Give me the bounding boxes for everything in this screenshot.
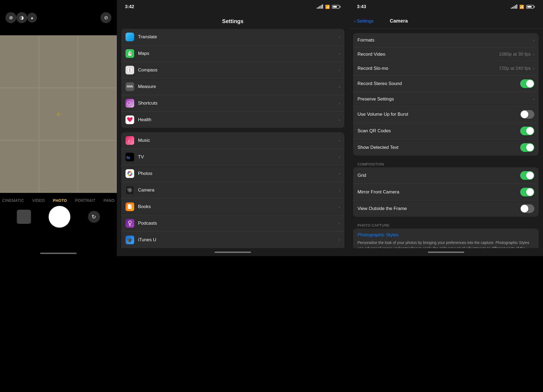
tv-label: TV [138,154,339,160]
preserve-chevron: › [533,97,534,102]
podcasts-label: Podcasts [138,221,339,226]
mode-pano[interactable]: PANO [103,198,115,203]
camera-top-bar: ⊗ ◑ ▲ ⊘ [0,0,117,35]
grid-line-v1 [39,35,39,193]
photographic-styles-link[interactable]: Photographic Styles [353,228,539,239]
shutter-button[interactable] [49,206,70,228]
live-photo-icon[interactable]: ◑ [16,12,27,23]
photo-thumbnail[interactable] [17,210,31,224]
settings-row-tv[interactable]: tv TV › [121,149,344,165]
settings-row-itunesu[interactable]: 🎓 iTunes U › [121,232,344,248]
cs-status-time: 3:43 [357,4,366,10]
view-outside-toggle[interactable] [520,204,534,213]
settings-group-1: 🌐 Translate › 📍 Maps › [121,29,344,128]
signal-bar-4 [321,5,322,9]
flip-camera-button[interactable]: ↻ [88,211,100,223]
cs-home-indicator-container [349,248,543,256]
record-video-label: Record Video [357,52,499,57]
cs-row-formats[interactable]: Formats › [353,33,539,47]
photos-chevron: › [339,171,340,176]
stereo-toggle[interactable] [520,79,534,88]
settings-row-compass[interactable]: Compass › [121,62,344,79]
svg-rect-32 [127,189,129,189]
mode-photo[interactable]: PHOTO [53,198,67,203]
tv-icon: tv [125,153,134,161]
show-detected-toggle[interactable] [520,143,534,152]
svg-text:tv: tv [127,155,130,160]
books-icon [125,202,134,211]
settings-row-books[interactable]: Books › [121,199,344,215]
settings-group-2: ♪ Music › tv TV › [121,132,344,248]
signal-icon [317,5,323,9]
camera-controls: ↻ [0,206,117,228]
settings-home-indicator-container [117,248,349,256]
itunesu-label: iTunes U [138,237,339,243]
translate-chevron: › [339,35,340,39]
cs-row-scan-qr: Scan QR Codes [353,123,539,139]
preserve-label: Preserve Settings [357,96,533,102]
settings-row-music[interactable]: ♪ Music › [121,132,344,149]
settings-status-bar: 3:42 📶 [117,0,349,14]
cs-back-button[interactable]: ‹ Settings [354,18,373,24]
camera-options-icon[interactable]: ⊘ [101,12,111,23]
settings-row-podcasts[interactable]: Podcasts › [121,215,344,232]
cs-row-record-slomo[interactable]: Record Slo-mo 720p at 240 fps › [353,61,539,76]
record-slomo-label: Record Slo-mo [357,66,499,71]
settings-row-translate[interactable]: 🌐 Translate › [121,29,344,45]
record-slomo-value: 720p at 240 fps [499,66,531,71]
itunesu-chevron: › [339,237,340,242]
settings-home-indicator [215,252,251,253]
svg-point-28 [129,173,131,175]
svg-text:📍: 📍 [129,52,132,55]
camera-settings-panel: 3:43 📶 ‹ Settings Camera [349,0,543,256]
grid-toggle[interactable] [520,171,534,180]
svg-text:♪: ♪ [128,138,130,143]
translate-icon: 🌐 [125,33,134,41]
podcasts-icon [125,219,134,228]
svg-text:🎓: 🎓 [127,238,132,243]
svg-rect-13 [131,85,131,86]
tv-chevron: › [339,155,340,159]
wifi-icon: 📶 [325,5,330,9]
settings-status-time: 3:42 [125,4,134,10]
settings-row-shortcuts[interactable]: ⬡ Shortcuts › [121,95,344,112]
chevron-up-icon[interactable]: ▲ [27,13,37,23]
cs-home-indicator [428,252,464,253]
settings-row-health[interactable]: Health › [121,112,344,128]
cs-content: Formats › Record Video 1080p at 30 fps ›… [349,29,543,248]
itunesu-icon: 🎓 [125,236,134,244]
cs-row-preserve[interactable]: Preserve Settings › [353,92,539,106]
settings-row-measure[interactable]: Measure › [121,79,344,95]
scan-qr-toggle[interactable] [520,127,534,135]
photo-capture-group: Photographic Styles Personalise the look… [353,228,539,248]
camera-app-icon [125,186,134,195]
grid-line-h1 [0,88,117,88]
compass-chevron: › [339,68,340,73]
signal-bar-3 [319,6,320,9]
cs-row-view-outside: View Outside the Frame [353,200,539,217]
camera-bottom: CINEMATIC VIDEO PHOTO PORTRAIT PANO ↻ [0,193,117,256]
cs-row-volume-burst: Use Volume Up for Burst [353,106,539,123]
settings-row-maps[interactable]: 📍 Maps › [121,45,344,62]
cs-battery-icon [526,5,535,9]
cs-signal-bar-5 [516,4,517,9]
maps-icon: 📍 [125,49,134,58]
flash-off-icon[interactable]: ⊗ [5,12,16,23]
volume-burst-toggle[interactable] [520,110,534,119]
camera-viewfinder [0,35,117,193]
mirror-front-toggle[interactable] [520,188,534,196]
settings-row-camera[interactable]: Camera › [121,182,344,199]
maps-chevron: › [339,51,340,56]
shortcuts-label: Shortcuts [138,101,339,106]
mode-cinematic[interactable]: CINEMATIC [2,198,24,203]
cs-composition-group: Grid Mirror Front Camera View Outside th… [353,167,539,217]
measure-chevron: › [339,84,340,89]
cs-row-record-video[interactable]: Record Video 1080p at 30 fps › [353,47,539,61]
settings-panel: 3:42 📶 Settings [117,0,349,256]
cs-signal-bar-2 [512,7,513,9]
mode-portrait[interactable]: PORTRAIT [75,198,96,203]
shortcuts-chevron: › [339,101,340,106]
mode-video[interactable]: VIDEO [32,198,45,203]
settings-row-photos[interactable]: Photos › [121,165,344,182]
formats-chevron: › [533,38,534,43]
